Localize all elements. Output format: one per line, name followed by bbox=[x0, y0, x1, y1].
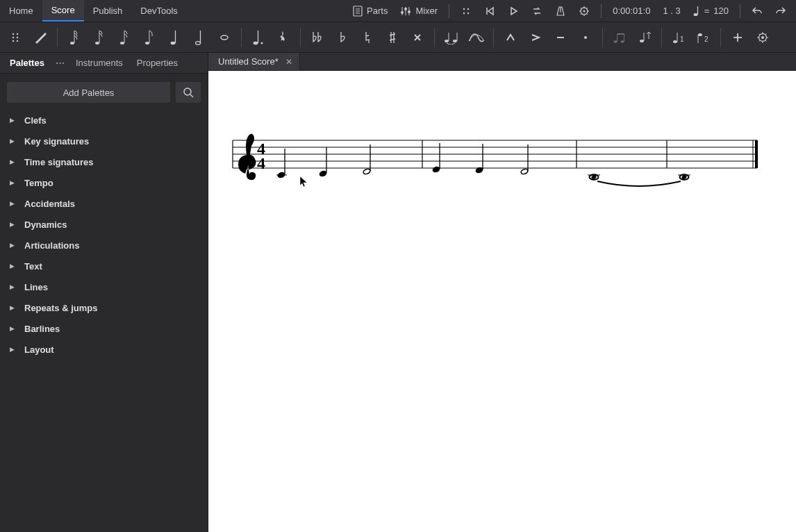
palette-item-clefs[interactable]: ▶Clefs bbox=[0, 110, 208, 131]
slur-button[interactable] bbox=[464, 25, 489, 50]
sidebar-tab-instruments[interactable]: Instruments bbox=[69, 53, 130, 73]
add-palettes-button[interactable]: Add Palettes bbox=[7, 82, 170, 103]
duration-quarter-button[interactable] bbox=[162, 25, 187, 50]
marcato-button[interactable] bbox=[498, 25, 523, 50]
drag-handle-icon[interactable] bbox=[456, 1, 476, 21]
duration-8th-button[interactable] bbox=[137, 25, 162, 50]
palette-item-repeats-jumps[interactable]: ▶Repeats & jumps bbox=[0, 297, 208, 318]
double-sharp-button[interactable] bbox=[405, 25, 430, 50]
redo-button[interactable] bbox=[771, 1, 790, 21]
menu-item-publish[interactable]: Publish bbox=[84, 0, 132, 22]
svg-point-24 bbox=[70, 42, 74, 44]
document-tab[interactable]: Untitled Score* ✕ bbox=[208, 53, 300, 70]
svg-point-83 bbox=[363, 168, 371, 175]
add-button[interactable] bbox=[725, 25, 750, 50]
separator bbox=[434, 28, 435, 47]
svg-point-22 bbox=[13, 40, 14, 41]
svg-point-39 bbox=[261, 42, 263, 44]
voice-1-button[interactable]: 1 bbox=[666, 25, 691, 50]
play-button[interactable] bbox=[504, 1, 523, 21]
tie-button[interactable] bbox=[439, 25, 464, 50]
tempo-display[interactable]: = 120 bbox=[689, 0, 733, 22]
svg-point-81 bbox=[319, 170, 327, 177]
parts-button[interactable]: Parts bbox=[349, 0, 392, 22]
svg-point-63 bbox=[184, 88, 191, 95]
duration-whole-button[interactable] bbox=[212, 25, 237, 50]
duration-32nd-button[interactable] bbox=[87, 25, 112, 50]
svg-point-10 bbox=[463, 8, 465, 9]
separator bbox=[57, 28, 58, 47]
palette-item-tempo[interactable]: ▶Tempo bbox=[0, 172, 208, 193]
palette-item-key-signatures[interactable]: ▶Key signatures bbox=[0, 131, 208, 151]
beat-position-display[interactable]: 1 . 3 bbox=[658, 0, 684, 22]
palette-item-time-signatures[interactable]: ▶Time signatures bbox=[0, 151, 208, 172]
palette-item-dynamics[interactable]: ▶Dynamics bbox=[0, 214, 208, 235]
svg-point-51 bbox=[640, 40, 644, 42]
separator bbox=[449, 4, 449, 18]
svg-point-5 bbox=[401, 11, 404, 14]
palette-item-barlines[interactable]: ▶Barlines bbox=[0, 318, 208, 339]
dot-button[interactable] bbox=[246, 25, 271, 50]
chevron-right-icon: ▶ bbox=[10, 221, 15, 228]
staccato-button[interactable] bbox=[573, 25, 598, 50]
svg-point-20 bbox=[13, 36, 14, 38]
metronome-button[interactable] bbox=[551, 1, 570, 21]
sidebar-tab-more-icon[interactable]: ⋯ bbox=[51, 58, 69, 68]
chevron-right-icon: ▶ bbox=[10, 325, 15, 332]
sidebar-tab-properties[interactable]: Properties bbox=[130, 53, 185, 73]
duration-half-button[interactable] bbox=[187, 25, 212, 50]
duration-64th-button[interactable] bbox=[62, 25, 87, 50]
palette-item-lines[interactable]: ▶Lines bbox=[0, 276, 208, 297]
note-input-button[interactable] bbox=[28, 25, 53, 50]
svg-point-30 bbox=[145, 42, 149, 44]
menu-item-home[interactable]: Home bbox=[0, 0, 42, 22]
natural-button[interactable] bbox=[355, 25, 380, 50]
toolbar-drag-handle[interactable] bbox=[3, 25, 28, 50]
sidebar-tab-palettes[interactable]: Palettes bbox=[3, 53, 51, 73]
separator bbox=[661, 28, 662, 47]
svg-point-48 bbox=[621, 40, 624, 43]
svg-point-56 bbox=[698, 33, 702, 36]
flip-button[interactable] bbox=[632, 25, 657, 50]
loop-button[interactable] bbox=[527, 1, 547, 21]
duration-16th-button[interactable] bbox=[112, 25, 137, 50]
double-flat-button[interactable] bbox=[305, 25, 330, 50]
menu-item-devtools[interactable]: DevTools bbox=[131, 0, 186, 22]
palette-search-button[interactable] bbox=[176, 82, 201, 103]
flat-button[interactable] bbox=[330, 25, 355, 50]
palette-item-text[interactable]: ▶Text bbox=[0, 256, 208, 276]
undo-button[interactable] bbox=[747, 1, 767, 21]
palette-item-accidentals[interactable]: ▶Accidentals bbox=[0, 193, 208, 214]
svg-point-85 bbox=[432, 166, 440, 173]
chevron-right-icon: ▶ bbox=[10, 346, 15, 353]
tenuto-button[interactable] bbox=[548, 25, 573, 50]
voice-2-button[interactable]: 2 bbox=[691, 25, 716, 50]
document-tabs: Untitled Score* ✕ bbox=[208, 53, 796, 71]
tuplet-button[interactable] bbox=[607, 25, 632, 50]
quarter-note-icon bbox=[693, 6, 700, 17]
mixer-button[interactable]: Mixer bbox=[396, 0, 442, 22]
svg-point-7 bbox=[404, 8, 407, 10]
rewind-button[interactable] bbox=[480, 1, 499, 21]
search-icon bbox=[183, 87, 194, 98]
separator bbox=[720, 28, 721, 47]
svg-point-34 bbox=[196, 41, 201, 44]
accent-button[interactable] bbox=[523, 25, 548, 50]
palette-item-articulations[interactable]: ▶Articulations bbox=[0, 235, 208, 256]
toolbar-settings-button[interactable] bbox=[750, 25, 775, 50]
playback-settings-button[interactable] bbox=[574, 1, 594, 21]
palette-list: ▶Clefs ▶Key signatures ▶Time signatures … bbox=[0, 110, 208, 532]
document-icon bbox=[353, 6, 363, 17]
score-canvas[interactable]: 4 4 bbox=[208, 71, 796, 532]
chevron-right-icon: ▶ bbox=[10, 283, 15, 290]
rest-button[interactable] bbox=[271, 25, 296, 50]
menu-item-score[interactable]: Score bbox=[42, 0, 84, 22]
time-position-display[interactable]: 0:00:01:0 bbox=[608, 0, 654, 22]
svg-point-37 bbox=[254, 41, 258, 44]
sharp-button[interactable] bbox=[380, 25, 405, 50]
svg-line-64 bbox=[190, 94, 193, 97]
svg-point-13 bbox=[467, 12, 469, 13]
close-icon[interactable]: ✕ bbox=[285, 57, 292, 67]
palette-item-layout[interactable]: ▶Layout bbox=[0, 339, 208, 360]
svg-point-18 bbox=[13, 33, 14, 34]
